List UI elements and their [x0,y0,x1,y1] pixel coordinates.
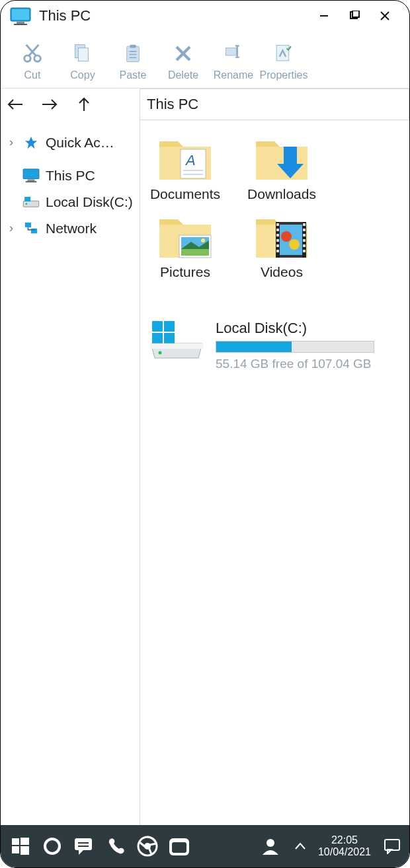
monitor-icon [22,168,40,184]
ribbon-label: Copy [70,69,95,81]
svg-point-48 [201,238,205,242]
chrome-button[interactable] [132,830,163,862]
svg-rect-60 [276,244,279,247]
ribbon-label: Delete [168,69,198,81]
folder-documents-icon: A [157,132,214,182]
navigation-pane: › Quick Ac… This PC Local Disk(C:) › [1,120,140,825]
forward-button[interactable] [40,95,59,114]
folder-pictures[interactable]: Pictures [147,210,224,280]
chevron-right-icon: › [6,135,17,149]
svg-rect-75 [20,838,29,845]
rename-icon [222,42,245,65]
paste-button[interactable]: Paste [108,42,158,81]
folder-downloads[interactable]: Downloads [243,132,320,202]
navigation-row: This PC [1,89,409,120]
svg-rect-43 [284,147,297,164]
svg-marker-89 [388,850,391,853]
drive-icon [22,194,40,210]
explorer-button[interactable] [163,830,195,862]
svg-rect-33 [26,181,37,182]
maximize-button[interactable] [339,1,370,31]
main-split: › Quick Ac… This PC Local Disk(C:) › [1,120,409,825]
sidebar-label: Local Disk(C:) [46,194,133,210]
svg-point-78 [45,839,60,853]
svg-point-73 [159,351,162,354]
tray-overflow-button[interactable] [290,830,310,862]
svg-rect-61 [276,250,279,252]
svg-rect-16 [130,45,136,48]
cortana-button[interactable] [36,830,68,862]
folder-videos-icon [253,210,310,260]
sidebar-item-local-disk[interactable]: Local Disk(C:) [6,189,134,215]
tray-time: 22:05 [331,834,358,846]
svg-rect-66 [303,244,306,247]
svg-rect-56 [276,223,279,226]
window-title: This PC [39,7,309,24]
up-button[interactable] [75,95,93,114]
drive-free-text: 55.14 GB free of 107.04 GB [216,357,403,371]
svg-rect-64 [303,234,306,236]
copy-button[interactable]: Copy [58,42,108,81]
svg-rect-32 [28,179,35,181]
clock-button[interactable]: 22:05 10/04/2021 [314,834,375,859]
sidebar-item-quick-access[interactable]: › Quick Ac… [6,129,134,156]
ribbon-toolbar: Cut Copy Paste Delete Rename Properties [1,31,409,89]
drive-info: Local Disk(C:) 55.14 GB free of 107.04 G… [216,320,403,371]
properties-icon [272,42,296,65]
svg-rect-77 [20,846,29,855]
phone-button[interactable] [100,830,132,862]
folder-documents[interactable]: A Documents [147,132,224,202]
start-button[interactable] [5,830,36,862]
address-text: This PC [147,96,198,113]
tray-date: 10/04/2021 [318,846,371,858]
sidebar-item-this-pc[interactable]: This PC [6,163,134,189]
scissors-icon [20,42,44,65]
svg-rect-79 [75,838,92,850]
address-bar[interactable]: This PC [140,89,409,120]
folder-videos[interactable]: Videos [243,210,320,280]
folders-grid: A Documents Downloads Pictures [147,132,403,280]
folder-pictures-icon [157,210,214,260]
notifications-button[interactable] [379,830,405,862]
close-button[interactable] [370,1,400,31]
svg-text:A: A [184,152,196,168]
svg-rect-22 [226,48,236,55]
monitor-icon [10,7,31,24]
svg-rect-1 [12,9,29,20]
cut-button[interactable]: Cut [7,42,58,81]
svg-rect-3 [14,24,27,25]
drive-usage-bar [216,341,374,353]
svg-rect-37 [25,222,31,227]
drive-local-disk-c[interactable]: Local Disk(C:) 55.14 GB free of 107.04 G… [147,320,403,371]
chat-button[interactable] [68,830,100,862]
svg-rect-6 [352,11,359,17]
svg-rect-31 [23,169,39,179]
rename-button[interactable]: Rename [208,42,259,81]
svg-point-53 [289,239,300,250]
copy-icon [71,42,95,65]
folder-label: Pictures [160,264,210,280]
svg-point-36 [25,203,27,205]
sidebar-item-network[interactable]: › Network [6,215,134,242]
folder-downloads-icon [253,132,310,182]
chevron-right-icon: › [6,221,17,235]
svg-rect-49 [181,249,209,256]
properties-button[interactable]: Properties [259,42,309,81]
minimize-button[interactable] [309,1,339,31]
svg-rect-63 [303,229,306,231]
delete-button[interactable]: Delete [158,42,208,81]
svg-rect-74 [12,838,19,845]
sidebar-label: This PC [46,168,95,184]
user-icon[interactable] [255,830,286,862]
svg-rect-65 [303,239,306,242]
svg-rect-26 [276,46,289,61]
svg-rect-2 [17,22,24,24]
svg-point-52 [281,231,292,242]
svg-rect-86 [172,842,186,853]
svg-rect-62 [303,223,306,226]
nav-arrows [1,89,140,120]
titlebar: This PC [1,1,409,31]
system-tray: 22:05 10/04/2021 [255,830,405,862]
svg-marker-80 [79,850,84,855]
back-button[interactable] [6,95,24,114]
